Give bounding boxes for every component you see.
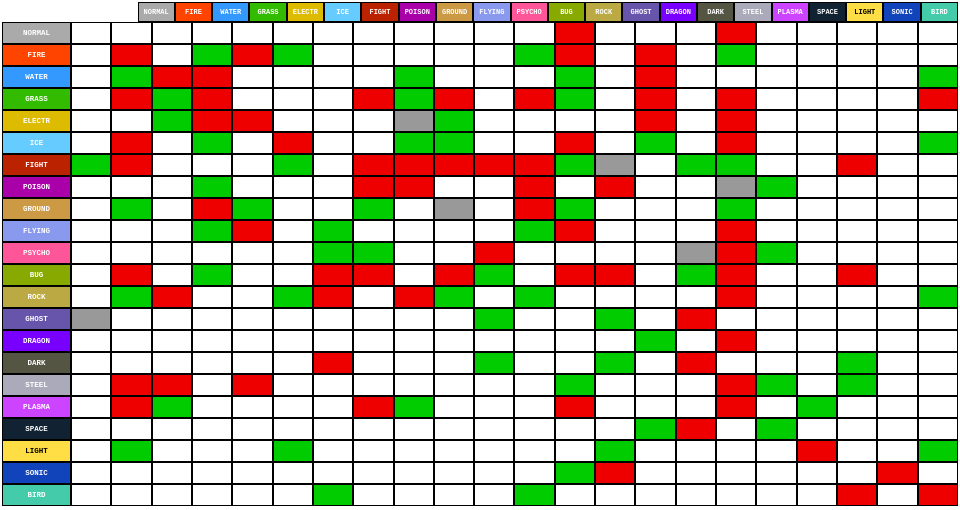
row-header-psycho: PSYCHO — [2, 242, 71, 264]
cell — [797, 176, 837, 198]
cell — [434, 308, 474, 330]
col-header-plasma: PLASMA — [772, 2, 809, 22]
cell — [918, 220, 958, 242]
cell — [394, 22, 434, 44]
cell — [837, 484, 877, 506]
cell — [756, 374, 796, 396]
row-bird: BIRD — [2, 484, 958, 506]
cell — [71, 352, 111, 374]
cell — [111, 462, 151, 484]
cell — [111, 484, 151, 506]
cell — [918, 418, 958, 440]
cell — [71, 66, 111, 88]
cell — [797, 374, 837, 396]
cell — [232, 66, 272, 88]
cell — [232, 132, 272, 154]
cell — [353, 440, 393, 462]
cell — [837, 286, 877, 308]
cell — [474, 176, 514, 198]
cell — [313, 88, 353, 110]
cell — [313, 220, 353, 242]
cell — [71, 88, 111, 110]
cell — [676, 220, 716, 242]
cell — [232, 198, 272, 220]
cell — [676, 286, 716, 308]
cell — [152, 440, 192, 462]
cell — [676, 198, 716, 220]
cell — [273, 308, 313, 330]
cell — [192, 440, 232, 462]
cell — [192, 484, 232, 506]
cell — [555, 286, 595, 308]
cell — [756, 22, 796, 44]
cell — [797, 286, 837, 308]
cell — [514, 462, 554, 484]
cell — [635, 66, 675, 88]
cell — [273, 154, 313, 176]
cell — [232, 396, 272, 418]
cell — [877, 44, 917, 66]
cell — [353, 220, 393, 242]
row-header-bird: BIRD — [2, 484, 71, 506]
cell — [635, 396, 675, 418]
cell — [232, 308, 272, 330]
cell — [635, 198, 675, 220]
cell — [555, 154, 595, 176]
cell — [635, 176, 675, 198]
cell — [797, 198, 837, 220]
cell — [232, 88, 272, 110]
cell — [595, 22, 635, 44]
cell — [837, 374, 877, 396]
row-header-steel: STEEL — [2, 374, 71, 396]
cell — [797, 264, 837, 286]
cell — [676, 484, 716, 506]
cell — [595, 176, 635, 198]
cell — [394, 484, 434, 506]
cell — [394, 110, 434, 132]
row-header-ground: GROUND — [2, 198, 71, 220]
cell — [676, 330, 716, 352]
cell — [71, 220, 111, 242]
cell — [232, 484, 272, 506]
cell — [797, 110, 837, 132]
cell — [635, 88, 675, 110]
cell — [837, 198, 877, 220]
cell — [877, 88, 917, 110]
cell — [353, 110, 393, 132]
cell — [918, 396, 958, 418]
cell — [595, 66, 635, 88]
cell — [313, 242, 353, 264]
cell — [273, 44, 313, 66]
cell — [756, 440, 796, 462]
cell — [394, 88, 434, 110]
row-ground: GROUND — [2, 198, 958, 220]
cell — [595, 44, 635, 66]
cell — [676, 44, 716, 66]
cell — [595, 330, 635, 352]
cell — [232, 110, 272, 132]
cell — [716, 110, 756, 132]
cell — [71, 330, 111, 352]
cell — [837, 66, 877, 88]
cell — [514, 22, 554, 44]
cell — [152, 88, 192, 110]
cell — [797, 484, 837, 506]
cell — [756, 242, 796, 264]
cell — [192, 22, 232, 44]
cell — [313, 110, 353, 132]
row-flying: FLYING — [2, 220, 958, 242]
cell — [837, 220, 877, 242]
cell — [313, 132, 353, 154]
cell — [797, 396, 837, 418]
cell — [474, 374, 514, 396]
cell — [192, 110, 232, 132]
cell — [273, 66, 313, 88]
cell — [837, 154, 877, 176]
col-header-psycho: PSYCHO — [511, 2, 548, 22]
cell — [797, 308, 837, 330]
cell — [837, 44, 877, 66]
cell — [71, 374, 111, 396]
cell — [152, 44, 192, 66]
row-sonic: SONIC — [2, 462, 958, 484]
cell — [71, 242, 111, 264]
